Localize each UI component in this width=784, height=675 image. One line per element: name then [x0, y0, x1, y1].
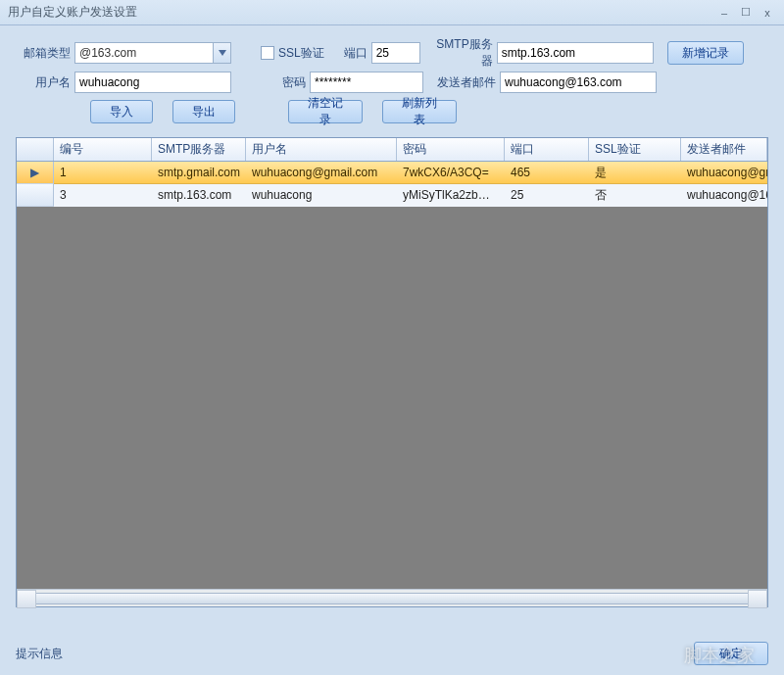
username-input[interactable] [74, 72, 231, 93]
sender-input[interactable] [500, 72, 657, 93]
clear-button[interactable]: 清空记录 [288, 100, 363, 123]
password-input[interactable] [310, 72, 423, 93]
row-header: ▶ [17, 162, 54, 184]
cell-password: 7wkCX6/A3CQ= [397, 162, 505, 184]
smtp-label: SMTP服务器 [428, 36, 497, 70]
port-label: 端口 [342, 45, 371, 62]
email-type-select[interactable]: @163.com [74, 42, 231, 64]
col-port[interactable]: 端口 [505, 138, 589, 161]
hint-label: 提示信息 [16, 646, 63, 662]
footer: 提示信息 确定 [16, 642, 768, 665]
grid-corner [17, 138, 54, 161]
col-smtp[interactable]: SMTP服务器 [152, 138, 246, 161]
scrollbar-thumb[interactable] [34, 593, 750, 604]
cell-port: 25 [505, 184, 589, 207]
col-user[interactable]: 用户名 [246, 138, 397, 161]
maximize-button[interactable]: ☐ [737, 6, 755, 20]
add-record-button[interactable]: 新增记录 [667, 41, 744, 65]
grid-header-row: 编号 SMTP服务器 用户名 密码 端口 SSL验证 发送者邮件 [17, 138, 767, 162]
row-header [17, 184, 54, 207]
cell-smtp: smtp.gmail.com [152, 162, 246, 184]
cell-user: wuhuacong [246, 184, 397, 207]
refresh-button[interactable]: 刷新列表 [382, 100, 457, 123]
form-area: 邮箱类型 @163.com SSL验证 端口 SMTP服务器 新增记录 用户名 … [0, 25, 784, 129]
cell-ssl: 否 [589, 184, 681, 207]
grid-body: ▶ 1 smtp.gmail.com wuhuacong@gmail.com 7… [17, 162, 767, 589]
cell-password: yMiSyTlKa2zb… [397, 184, 505, 207]
email-type-value: @163.com [79, 46, 136, 60]
cell-ssl: 是 [589, 162, 681, 184]
import-button[interactable]: 导入 [90, 100, 153, 123]
data-grid: 编号 SMTP服务器 用户名 密码 端口 SSL验证 发送者邮件 ▶ 1 smt… [16, 137, 768, 607]
col-password[interactable]: 密码 [397, 138, 505, 161]
cell-smtp: smtp.163.com [152, 184, 246, 207]
chevron-down-icon [213, 43, 230, 63]
cell-sender: wuhuacong@gma [681, 162, 767, 184]
cell-user: wuhuacong@gmail.com [246, 162, 397, 184]
table-row[interactable]: ▶ 1 smtp.gmail.com wuhuacong@gmail.com 7… [17, 162, 767, 184]
minimize-button[interactable]: – [715, 6, 733, 20]
close-button[interactable]: x [759, 6, 776, 20]
ssl-label: SSL验证 [278, 45, 328, 62]
window-title: 用户自定义账户发送设置 [8, 4, 711, 21]
ok-button[interactable]: 确定 [694, 642, 768, 665]
ssl-checkbox[interactable] [261, 46, 274, 60]
table-row[interactable]: 3 smtp.163.com wuhuacong yMiSyTlKa2zb… 2… [17, 184, 767, 207]
cell-id: 1 [54, 162, 152, 184]
username-label: 用户名 [16, 74, 74, 91]
export-button[interactable]: 导出 [172, 100, 235, 123]
col-sender[interactable]: 发送者邮件 [681, 138, 767, 161]
smtp-input[interactable] [497, 42, 654, 64]
password-label: 密码 [255, 74, 310, 91]
cell-port: 465 [505, 162, 589, 184]
cell-id: 3 [54, 184, 152, 207]
col-id[interactable]: 编号 [54, 138, 152, 161]
col-ssl[interactable]: SSL验证 [589, 138, 681, 161]
port-input[interactable] [371, 42, 420, 64]
titlebar: 用户自定义账户发送设置 – ☐ x [0, 0, 784, 25]
horizontal-scrollbar[interactable] [17, 589, 767, 606]
cell-sender: wuhuacong@163 [681, 184, 767, 207]
sender-label: 发送者邮件 [431, 74, 500, 91]
email-type-label: 邮箱类型 [16, 45, 74, 62]
